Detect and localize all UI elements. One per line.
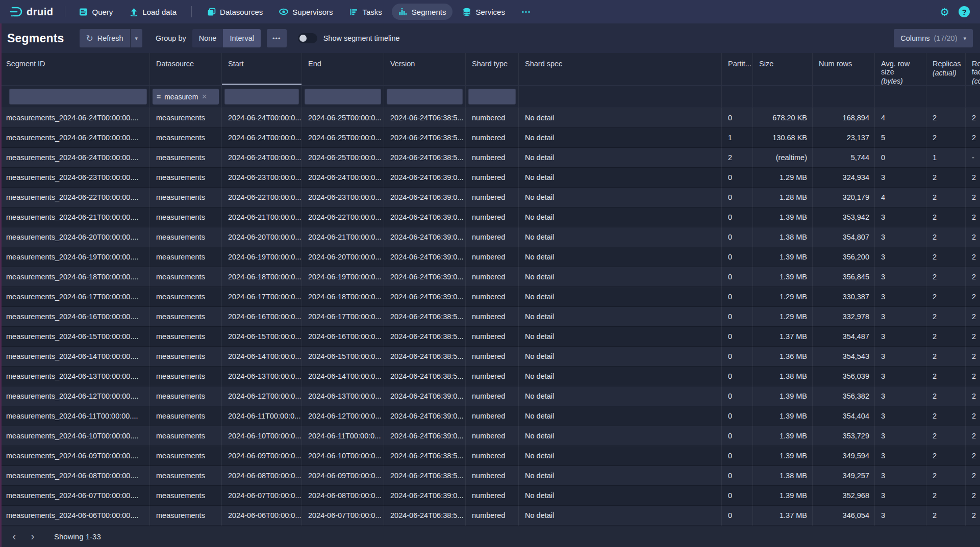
nav-item-query[interactable]: Query xyxy=(72,4,120,20)
cell-partition[interactable]: 0 xyxy=(722,188,753,207)
cell-avg_row_size[interactable]: 3 xyxy=(875,327,926,347)
cell-partition[interactable]: 0 xyxy=(722,367,753,386)
cell-replication_factor[interactable]: 2 xyxy=(966,327,980,347)
cell-num_rows[interactable]: 356,382 xyxy=(813,386,875,406)
cell-shard_spec[interactable]: No detail xyxy=(519,247,722,267)
cell-version[interactable]: 2024-06-24T06:39:0... xyxy=(384,287,466,307)
cell-num_rows[interactable]: 354,404 xyxy=(813,406,875,426)
column-header-datasource[interactable]: Datasource xyxy=(150,53,222,85)
cell-shard_spec[interactable]: No detail xyxy=(519,227,722,247)
cell-size[interactable]: 1.29 MB xyxy=(753,168,813,188)
column-header-shard_spec[interactable]: Shard spec xyxy=(519,53,722,85)
cell-start[interactable]: 2024-06-24T00:00:0... xyxy=(222,128,302,148)
cell-replication_factor[interactable]: 2 xyxy=(966,506,980,526)
cell-start[interactable]: 2024-06-21T00:00:0... xyxy=(222,207,302,227)
cell-shard_type[interactable]: numbered xyxy=(466,128,519,148)
cell-replicas[interactable]: 2 xyxy=(926,506,966,526)
cell-replication_factor[interactable]: 2 xyxy=(966,188,980,207)
cell-shard_type[interactable]: numbered xyxy=(466,148,519,168)
cell-replicas[interactable]: 2 xyxy=(926,446,966,466)
cell-num_rows[interactable]: 23,137 xyxy=(813,128,875,148)
cell-shard_spec[interactable]: No detail xyxy=(519,108,722,128)
cell-end[interactable]: 2024-06-15T00:00:0... xyxy=(302,347,384,367)
cell-shard_type[interactable]: numbered xyxy=(466,287,519,307)
cell-version[interactable]: 2024-06-24T06:38:5... xyxy=(384,128,466,148)
cell-replication_factor[interactable]: 2 xyxy=(966,367,980,386)
help-icon[interactable]: ? xyxy=(959,6,970,17)
cell-version[interactable]: 2024-06-24T06:38:5... xyxy=(384,506,466,526)
nav-item-datasources[interactable]: Datasources xyxy=(200,4,269,20)
cell-shard_type[interactable]: numbered xyxy=(466,426,519,446)
cell-segment_id[interactable]: measurements_2024-06-09T00:00:00.... xyxy=(0,446,150,466)
cell-shard_type[interactable]: numbered xyxy=(466,406,519,426)
cell-version[interactable]: 2024-06-24T06:38:5... xyxy=(384,446,466,466)
cell-shard_spec[interactable]: No detail xyxy=(519,307,722,327)
cell-shard_spec[interactable]: No detail xyxy=(519,287,722,307)
cell-datasource[interactable]: measurements xyxy=(150,466,222,486)
cell-partition[interactable]: 0 xyxy=(722,267,753,287)
cell-segment_id[interactable]: measurements_2024-06-24T00:00:00.... xyxy=(0,128,150,148)
refresh-button[interactable]: ↻ Refresh xyxy=(80,29,130,47)
column-header-shard_type[interactable]: Shard type xyxy=(466,53,519,85)
cell-end[interactable]: 2024-06-25T00:00:0... xyxy=(302,108,384,128)
cell-version[interactable]: 2024-06-24T06:39:0... xyxy=(384,247,466,267)
cell-shard_type[interactable]: numbered xyxy=(466,227,519,247)
cell-end[interactable]: 2024-06-18T00:00:0... xyxy=(302,287,384,307)
column-header-segment_id[interactable]: Segment ID xyxy=(0,53,150,85)
cell-replicas[interactable]: 1 xyxy=(926,148,966,168)
cell-datasource[interactable]: measurements xyxy=(150,188,222,207)
cell-start[interactable]: 2024-06-14T00:00:0... xyxy=(222,347,302,367)
column-header-replicas[interactable]: Replicas(actual) xyxy=(926,53,966,85)
cell-avg_row_size[interactable]: 3 xyxy=(875,347,926,367)
cell-partition[interactable]: 0 xyxy=(722,307,753,327)
cell-version[interactable]: 2024-06-24T06:39:0... xyxy=(384,406,466,426)
cell-start[interactable]: 2024-06-19T00:00:0... xyxy=(222,247,302,267)
cell-start[interactable]: 2024-06-12T00:00:0... xyxy=(222,386,302,406)
cell-start[interactable]: 2024-06-09T00:00:0... xyxy=(222,446,302,466)
cell-end[interactable]: 2024-06-23T00:00:0... xyxy=(302,188,384,207)
cell-datasource[interactable]: measurements xyxy=(150,307,222,327)
cell-datasource[interactable]: measurements xyxy=(150,486,222,506)
cell-avg_row_size[interactable]: 3 xyxy=(875,267,926,287)
cell-size[interactable]: 1.38 MB xyxy=(753,367,813,386)
column-header-size[interactable]: Size xyxy=(753,53,813,85)
cell-avg_row_size[interactable]: 3 xyxy=(875,506,926,526)
cell-version[interactable]: 2024-06-24T06:39:0... xyxy=(384,207,466,227)
cell-avg_row_size[interactable]: 3 xyxy=(875,406,926,426)
cell-partition[interactable]: 0 xyxy=(722,287,753,307)
column-header-version[interactable]: Version xyxy=(384,53,466,85)
cell-partition[interactable]: 1 xyxy=(722,128,753,148)
column-header-partition[interactable]: Partit... xyxy=(722,53,753,85)
cell-replicas[interactable]: 2 xyxy=(926,486,966,506)
cell-end[interactable]: 2024-06-17T00:00:0... xyxy=(302,307,384,327)
cell-replicas[interactable]: 2 xyxy=(926,327,966,347)
cell-num_rows[interactable]: 5,744 xyxy=(813,148,875,168)
cell-shard_type[interactable]: numbered xyxy=(466,486,519,506)
cell-shard_spec[interactable]: No detail xyxy=(519,188,722,207)
nav-more-button[interactable] xyxy=(515,4,537,20)
cell-version[interactable]: 2024-06-24T06:39:0... xyxy=(384,267,466,287)
cell-shard_spec[interactable]: No detail xyxy=(519,207,722,227)
cell-avg_row_size[interactable]: 0 xyxy=(875,148,926,168)
druid-logo[interactable]: druid xyxy=(7,5,58,18)
column-header-avg_row_size[interactable]: Avg. row size(bytes) xyxy=(875,53,926,85)
cell-end[interactable]: 2024-06-08T00:00:0... xyxy=(302,486,384,506)
cell-replication_factor[interactable]: - xyxy=(966,148,980,168)
cell-start[interactable]: 2024-06-22T00:00:0... xyxy=(222,188,302,207)
cell-shard_type[interactable]: numbered xyxy=(466,188,519,207)
cell-datasource[interactable]: measurements xyxy=(150,406,222,426)
cell-num_rows[interactable]: 356,039 xyxy=(813,367,875,386)
cell-shard_spec[interactable]: No detail xyxy=(519,506,722,526)
cell-end[interactable]: 2024-06-07T00:00:0... xyxy=(302,506,384,526)
cell-segment_id[interactable]: measurements_2024-06-14T00:00:00.... xyxy=(0,347,150,367)
cell-segment_id[interactable]: measurements_2024-06-10T00:00:00.... xyxy=(0,426,150,446)
cell-size[interactable]: 130.68 KB xyxy=(753,128,813,148)
cell-num_rows[interactable]: 332,978 xyxy=(813,307,875,327)
cell-avg_row_size[interactable]: 3 xyxy=(875,287,926,307)
cell-replication_factor[interactable]: 2 xyxy=(966,347,980,367)
cell-partition[interactable]: 0 xyxy=(722,466,753,486)
cell-num_rows[interactable]: 324,934 xyxy=(813,168,875,188)
cell-size[interactable]: 1.36 MB xyxy=(753,347,813,367)
column-header-replication_factor[interactable]: Replication factor(configured) xyxy=(966,53,980,85)
cell-shard_type[interactable]: numbered xyxy=(466,307,519,327)
